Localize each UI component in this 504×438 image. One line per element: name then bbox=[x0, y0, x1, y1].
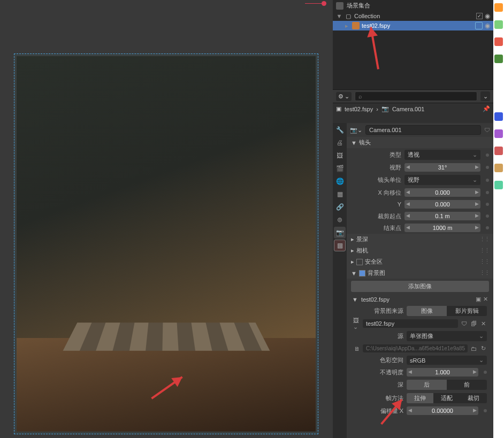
app-icon[interactable] bbox=[494, 37, 503, 46]
options-dropdown[interactable]: ⌄ bbox=[480, 91, 490, 101]
panel-lens-header[interactable]: ▼镜头 bbox=[347, 137, 493, 148]
app-icon[interactable] bbox=[494, 181, 503, 189]
viewport-3d[interactable] bbox=[0, 0, 333, 438]
camera-name-field[interactable]: Camera.001 bbox=[365, 125, 481, 135]
tab-world[interactable]: 🌐 bbox=[334, 175, 346, 187]
outliner-icon bbox=[336, 2, 343, 10]
collection-icon: ▢ bbox=[345, 12, 352, 20]
object-name: test02.fspy bbox=[362, 22, 473, 29]
fake-user-icon[interactable]: 🛡 bbox=[460, 320, 468, 327]
panel-dof-header[interactable]: ▸景深⋮⋮ bbox=[347, 234, 493, 245]
opacity-field[interactable]: 1.000 bbox=[407, 368, 478, 376]
camera-data-icon: 📷⌄ bbox=[350, 127, 362, 134]
drag-icon[interactable]: ⋮⋮ bbox=[479, 236, 489, 243]
scene-icon: ▣ bbox=[336, 105, 341, 112]
tab-scene[interactable]: 🎬 bbox=[334, 163, 346, 174]
visibility-icon[interactable]: ◉ bbox=[485, 12, 490, 20]
colorspace-select[interactable]: sRGB bbox=[407, 356, 487, 365]
fake-user-icon[interactable]: 🛡 bbox=[484, 127, 490, 133]
reload-icon[interactable]: ↻ bbox=[479, 345, 487, 352]
visibility-icon[interactable]: ◉ bbox=[485, 22, 490, 29]
image-name-field[interactable]: test02.fspy bbox=[363, 319, 458, 328]
properties-panel: 📷⌄ Camera.001 🛡 ▼镜头 类型透视 视野31° 镜头单位视野 X … bbox=[347, 123, 493, 438]
outliner-collection-row[interactable]: ▼ ▢ Collection ◉ bbox=[333, 11, 493, 21]
properties-tabs: 🔧 🖨 🖼 🎬 🌐 ▦ 🔗 ⊚ 📷 ▩ bbox=[333, 123, 347, 438]
panel-camera-header[interactable]: ▸相机⋮⋮ bbox=[347, 245, 493, 256]
clip-end-field[interactable]: 1000 m bbox=[404, 224, 480, 232]
tab-object[interactable]: ▦ bbox=[334, 188, 346, 200]
tab-material[interactable]: ▩ bbox=[334, 240, 346, 251]
editor-type-dropdown[interactable]: ⚙⌄ bbox=[336, 92, 352, 101]
breadcrumb: ▣ test02.fspy › 📷 Camera.001 📌 bbox=[333, 103, 493, 114]
camera-data-icon bbox=[475, 22, 483, 29]
outliner-item-row[interactable]: ▸ test02.fspy ◉ bbox=[333, 21, 493, 30]
panel-bg-header[interactable]: ▼背景图⋮⋮ bbox=[347, 267, 493, 279]
lens-type-select[interactable]: 透视 bbox=[404, 150, 480, 160]
properties-search[interactable]: ⌕ bbox=[355, 91, 477, 101]
new-image-icon[interactable]: 🗐 bbox=[470, 320, 477, 327]
display-icon[interactable]: ▣ bbox=[476, 296, 481, 303]
image-datablock-icon[interactable]: 🖼⌄ bbox=[353, 320, 361, 327]
tab-physics[interactable]: ⊚ bbox=[334, 214, 346, 226]
camera-frame bbox=[14, 53, 318, 434]
collection-enable-checkbox[interactable] bbox=[476, 13, 483, 19]
keyframe-dot[interactable] bbox=[486, 153, 489, 157]
unlink-icon[interactable]: ✕ bbox=[479, 320, 487, 327]
properties-header: ⚙⌄ ⌕ ⌄ bbox=[333, 89, 493, 103]
frame-method-toggle[interactable]: 拉伸 适配 裁切 bbox=[407, 393, 487, 403]
file-icon: 🗎 bbox=[353, 345, 361, 352]
tab-render[interactable]: 🔧 bbox=[334, 124, 346, 136]
bg-checkbox[interactable] bbox=[359, 270, 365, 276]
crumb-object: Camera.001 bbox=[392, 106, 425, 112]
object-icon bbox=[352, 22, 360, 29]
app-icon[interactable] bbox=[494, 112, 503, 121]
offset-x-field[interactable]: 0.00000 bbox=[407, 406, 478, 415]
app-icon[interactable] bbox=[494, 3, 503, 12]
pin-icon[interactable]: 📌 bbox=[483, 105, 490, 112]
app-icon[interactable] bbox=[494, 147, 503, 155]
safe-checkbox[interactable] bbox=[356, 259, 363, 265]
scene-collection-label: 场景集合 bbox=[347, 2, 370, 10]
background-image-preview bbox=[17, 56, 316, 432]
shift-x-field[interactable]: 0.000 bbox=[404, 188, 480, 197]
panel-safe-header[interactable]: ▸安全区⋮⋮ bbox=[347, 256, 493, 267]
tab-camera-data[interactable]: 📷 bbox=[334, 227, 346, 239]
fov-field[interactable]: 31° bbox=[404, 163, 480, 172]
tab-output[interactable]: 🖨 bbox=[334, 137, 346, 149]
app-icon[interactable] bbox=[494, 129, 503, 138]
bg-item-header[interactable]: ▼test02.fspy ▣✕ bbox=[349, 294, 491, 304]
tab-viewlayer[interactable]: 🖼 bbox=[334, 150, 346, 162]
bg-source-toggle[interactable]: 图像 影片剪辑 bbox=[407, 306, 487, 316]
image-source-select[interactable]: 单张图像 bbox=[407, 331, 487, 341]
remove-icon[interactable]: ✕ bbox=[483, 296, 488, 303]
search-icon: ⌕ bbox=[358, 93, 362, 99]
depth-toggle[interactable]: 后 前 bbox=[407, 380, 487, 390]
camera-icon: 📷 bbox=[381, 105, 389, 112]
app-icon[interactable] bbox=[494, 164, 503, 172]
crumb-scene: test02.fspy bbox=[345, 106, 373, 112]
browse-icon[interactable]: 🗀 bbox=[470, 345, 477, 352]
lens-unit-select[interactable]: 视野 bbox=[404, 175, 480, 185]
os-app-sidebar bbox=[493, 0, 504, 438]
tab-modifier[interactable]: 🔗 bbox=[334, 201, 346, 213]
clip-start-field[interactable]: 0.1 m bbox=[404, 212, 480, 220]
app-icon[interactable] bbox=[494, 20, 503, 29]
add-image-button[interactable]: 添加图像 bbox=[351, 281, 489, 292]
app-icon[interactable] bbox=[494, 55, 503, 63]
image-path-field[interactable]: C:\Users\aiqi\AppDa...a6f5eb4d1e1e9a85 bbox=[363, 344, 468, 352]
outliner[interactable]: 场景集合 ▼ ▢ Collection ◉ ▸ test02.fspy ◉ bbox=[333, 0, 493, 89]
shift-y-field[interactable]: 0.000 bbox=[404, 200, 480, 209]
axis-gizmo[interactable] bbox=[300, 0, 326, 6]
collection-name: Collection bbox=[354, 13, 474, 19]
